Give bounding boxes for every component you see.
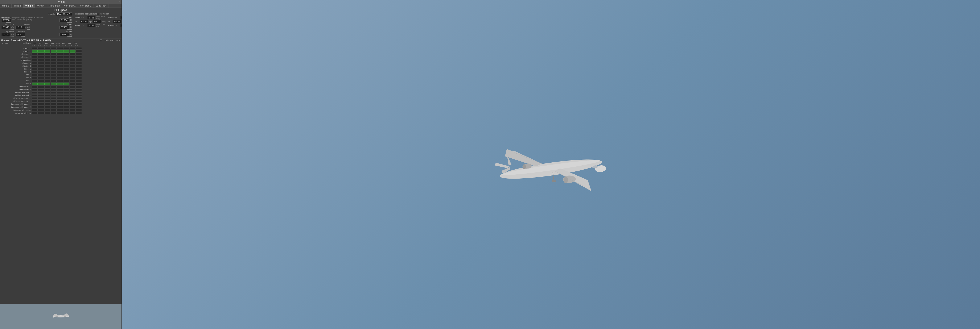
aileron2-c4[interactable]	[57, 50, 63, 52]
svg-point-19	[523, 164, 526, 169]
texture-bot-label2: texture bot	[108, 24, 120, 27]
tab-wing-flex[interactable]: Wing Flex	[94, 4, 108, 8]
column-headers: # 08 incidence 000 000 000 000 000 000 0…	[0, 42, 121, 45]
foil-section-title: Foil Specs	[0, 8, 121, 12]
lat-arm-value[interactable]: 07463	[59, 25, 69, 29]
semi-length-value[interactable]: 07500	[2, 19, 11, 22]
row-root-chord: root chord 01340 (ft) sweep 319 (deg	[1, 24, 72, 30]
tab-wing4[interactable]: Wing 4	[35, 4, 47, 8]
aileron2-c0[interactable]	[32, 50, 38, 52]
left-val2[interactable]: 0.510	[113, 20, 121, 23]
aileron1-c0[interactable]	[32, 47, 38, 49]
snap-row: snap to Right Wing 1	[1, 13, 72, 16]
aileron1-c5[interactable]	[63, 47, 69, 49]
incidence-elevtr2-label: incidence with elevtr 2	[9, 100, 32, 102]
dots-header-row: ▼▼▼ ▼▼▼ ▼▼▼ ▼▼▼ ▼▼▼ ▼▼▼ ▼▼▼ ▼▼▼	[0, 45, 121, 46]
texture-top-label2: texture top	[108, 17, 120, 19]
sweep-label: sweep	[24, 24, 30, 25]
window-title: Wings	[5, 0, 119, 3]
sweep-value[interactable]: 319	[15, 25, 25, 29]
texture-top-label1: texture top	[75, 17, 87, 19]
row-rollspoiler2: roll spoiler 2	[1, 56, 121, 59]
tip-chord-label: tip chord	[6, 31, 14, 33]
hash-header: #	[1, 42, 4, 45]
aileron2-c7[interactable]	[76, 50, 82, 52]
element-specs-section: Element Specs (ROOT at LEFT, TIP at RIGH…	[0, 38, 121, 329]
tab-wing1[interactable]: Wing 1	[0, 4, 11, 8]
left-val1[interactable]: 0.510	[80, 20, 88, 23]
num-header: 08	[4, 42, 9, 45]
small-airplane-svg	[42, 309, 80, 324]
semi-length-label: semi-length	[1, 16, 11, 19]
airplane-3d-svg	[477, 112, 625, 217]
incidence-elevtr1-label: incidence with elevtr 1	[9, 97, 32, 99]
viewport-3d	[122, 0, 980, 329]
aileron2-c3[interactable]	[51, 50, 57, 52]
root-chord-unit: (ft)	[11, 26, 14, 29]
rudder2-label: rudder 2	[9, 71, 32, 73]
customize-checkbox[interactable]	[100, 39, 102, 41]
aileron2-c2[interactable]	[45, 50, 50, 52]
aileron2-label: aileron 2	[9, 50, 32, 52]
col-val-5: 000	[61, 42, 67, 45]
tab-horiz-stab[interactable]: Horiz Stab	[47, 4, 62, 8]
texture-bot-val1[interactable]: 0.256	[87, 24, 95, 27]
lat-arm-unit: (ft)	[70, 26, 72, 29]
data-rows-container: aileron 1 aileron 2	[0, 47, 121, 304]
semi-length-desc: (wing semi-length, root to tip, ALONG TH…	[12, 16, 46, 21]
texture-bot-ratio1: (ratio, top of wing)	[96, 24, 106, 27]
long-arm-value[interactable]: 11854	[59, 19, 69, 22]
aileron2-c5[interactable]	[63, 50, 69, 52]
row-incidence-trim: incidence with trim	[1, 111, 121, 114]
row-tip-chord: tip chord 00700 (ft) dihedral 0062	[1, 31, 72, 37]
row-semi-length: semi-length 07500 (wing semi-length, roo…	[1, 16, 72, 23]
row-incidence-vector: incidence with vector	[1, 109, 121, 111]
left-label1: left	[75, 21, 80, 23]
aileron1-c2[interactable]	[45, 47, 50, 49]
row-incidence-rudder1: incidence with rudder 1	[1, 103, 121, 106]
aileron1-c1[interactable]	[38, 47, 44, 49]
row-speedbrake1: speed brake 1	[1, 85, 121, 88]
tab-vert-stab1[interactable]: Vert Stab 1	[62, 4, 78, 8]
row-rudder1: rudder 1	[1, 67, 121, 70]
col-val-1: 000	[37, 42, 43, 45]
tip-chord-value[interactable]: 00700	[1, 33, 11, 36]
use-second-checkbox[interactable]	[97, 13, 99, 15]
texture-top-val1[interactable]: 0.384	[87, 16, 95, 19]
right-val1[interactable]: 0.631	[93, 20, 101, 23]
flap1-label: flap 1	[9, 74, 32, 76]
tab-wing2[interactable]: Wing 2	[11, 4, 23, 8]
incidence-rudder2-label: incidence with rudder 2	[9, 106, 32, 108]
close-button[interactable]: ×	[119, 0, 120, 3]
aileron1-c6[interactable]	[70, 47, 75, 49]
aileron1-c4[interactable]	[57, 47, 63, 49]
tab-wing3[interactable]: Wing 3	[23, 4, 35, 8]
texture-panel: use second aircraft texture for this par…	[73, 12, 121, 38]
elevator1-label: elevator 1	[9, 62, 32, 64]
texture-bot-label1: texture bot	[75, 24, 87, 27]
slat2-label: slat 2	[9, 83, 32, 85]
row-incidence-ail2: incidence with ail 2	[1, 94, 121, 97]
row-rudder2: rudder 2	[1, 70, 121, 73]
speedbrake1-label: speed brake 1	[9, 86, 32, 87]
right-ratio1: (ratio)	[102, 21, 106, 22]
aileron1-c3[interactable]	[51, 47, 57, 49]
slat1-label: slat 1	[9, 79, 32, 82]
incidence-header: incidence	[9, 42, 32, 45]
aileron1-label: aileron 1	[9, 47, 32, 49]
root-chord-value[interactable]: 01340	[1, 25, 11, 29]
aileron2-c6[interactable]	[70, 50, 75, 52]
row-incidence-ail1: incidence with ail 1	[1, 91, 121, 94]
customize-label[interactable]: customize chords	[104, 39, 120, 41]
snap-value[interactable]: Right Wing 1	[56, 13, 72, 16]
aileron1-c7[interactable]	[76, 47, 82, 49]
left-panel: Wings × Wing 1 Wing 2 Wing 3 Wing 4 Hori…	[0, 0, 122, 329]
row-incidence-elevtr2: incidence with elevtr 2	[1, 100, 121, 103]
vert-arm-value[interactable]: 00213	[59, 33, 69, 36]
svg-marker-14	[495, 163, 509, 168]
dihedral-value[interactable]: 0062	[15, 33, 25, 36]
use-second-label: use second aircraft texture	[75, 13, 97, 15]
aileron2-c1[interactable]	[38, 50, 44, 52]
svg-point-6	[64, 316, 66, 317]
tab-vert-stab2[interactable]: Vert Stab 2	[78, 4, 94, 8]
